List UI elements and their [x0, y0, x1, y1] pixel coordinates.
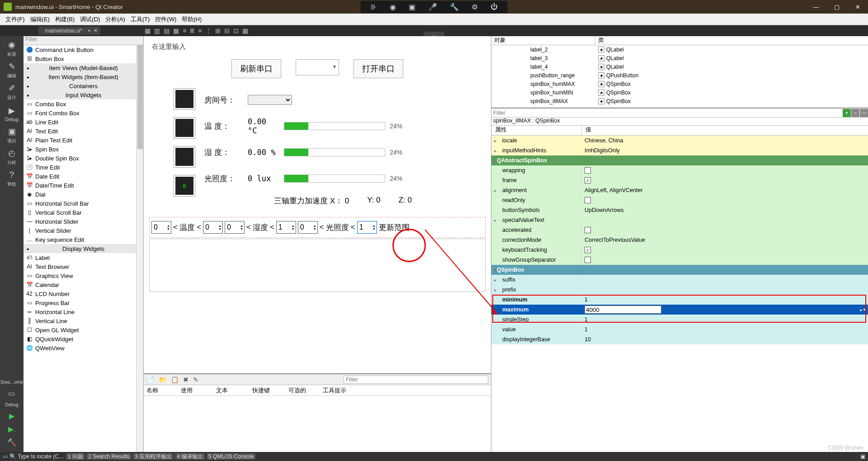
- debug-icon[interactable]: ▶.: [8, 425, 15, 433]
- property-value-input[interactable]: [585, 306, 661, 314]
- property-row[interactable]: displayIntegerBase10: [491, 334, 868, 344]
- minimize-button[interactable]: —: [806, 0, 826, 14]
- output-tab[interactable]: 2 Search Results: [86, 453, 131, 460]
- spinbox[interactable]: 0▲▼: [298, 221, 318, 234]
- mode-帮助[interactable]: ?帮助: [1, 168, 23, 189]
- widget-item[interactable]: …Key sequence Edit: [24, 235, 143, 244]
- layout-icon[interactable]: ▦: [173, 27, 179, 34]
- widget-item[interactable]: ║Vertical Line: [24, 316, 143, 325]
- widget-item[interactable]: 📅Calendar: [24, 280, 143, 289]
- locator[interactable]: 🔍 Type to locate (C…: [9, 453, 64, 460]
- spinbox[interactable]: 0▲▼: [151, 221, 171, 234]
- widget-category[interactable]: ▸Display Widgets: [24, 244, 143, 253]
- layout-icon[interactable]: ▦: [145, 27, 151, 34]
- widget-item[interactable]: 📅Date Edit: [24, 172, 143, 181]
- object-row[interactable]: label_3◈QLabel: [491, 54, 868, 62]
- refresh-serial-button[interactable]: 刷新串口: [231, 59, 281, 78]
- copy-icon[interactable]: 📋: [171, 376, 179, 383]
- room-select[interactable]: [248, 95, 292, 105]
- property-row[interactable]: keyboardTracking✓: [491, 245, 868, 255]
- widget-item[interactable]: abLine Edit: [24, 118, 143, 127]
- layout-icon[interactable]: ▦: [242, 27, 248, 34]
- property-row[interactable]: minimum1: [491, 295, 868, 305]
- property-list[interactable]: ▸localeChinese, China▸inputMethodHintsIm…: [491, 136, 868, 452]
- widget-item[interactable]: ▭Font Combo Box: [24, 108, 143, 118]
- run-icon[interactable]: ▶: [9, 412, 14, 420]
- close-icon[interactable]: ✕: [94, 28, 98, 33]
- spinbox[interactable]: 1▲▼: [276, 221, 296, 234]
- widget-item[interactable]: AIPlain Text Edit: [24, 136, 143, 145]
- spinbox[interactable]: 0▲▼: [225, 221, 245, 234]
- layout-icon[interactable]: ⊞: [215, 27, 221, 34]
- property-row[interactable]: buttonSymbolsUpDownArrows: [491, 205, 868, 215]
- output-tab[interactable]: 5 QML/JS Console: [207, 453, 256, 460]
- widget-category[interactable]: ▸Item Views (Model-Based): [24, 63, 143, 72]
- property-row[interactable]: ▾QAbstractSpinBox: [491, 155, 868, 165]
- widget-item[interactable]: ▭Graphics View: [24, 271, 143, 280]
- camera-icon[interactable]: ▣: [409, 3, 415, 11]
- delete-icon[interactable]: ✖: [183, 376, 189, 383]
- widget-item[interactable]: 1▸Spin Box: [24, 145, 143, 154]
- property-menu-button[interactable]: ⋯: [860, 109, 868, 117]
- spinbox[interactable]: 0▲▼: [203, 221, 223, 234]
- menu-item[interactable]: 控件(W): [152, 14, 179, 24]
- remove-property-button[interactable]: −: [851, 109, 859, 117]
- property-row[interactable]: wrapping: [491, 165, 868, 175]
- close-button[interactable]: ✕: [847, 0, 868, 14]
- log-textarea[interactable]: [149, 239, 486, 292]
- widget-item[interactable]: 📅Date/Time Edit: [24, 181, 143, 190]
- property-row[interactable]: ▸alignmentAlignLeft, AlignVCenter: [491, 185, 868, 195]
- add-property-button[interactable]: +: [843, 109, 851, 117]
- widget-item[interactable]: 🕒Time Edit: [24, 163, 143, 172]
- layout-icon[interactable]: ▤: [164, 27, 170, 34]
- widget-item[interactable]: ◉Dial: [24, 190, 143, 199]
- object-inspector[interactable]: 对象 类 label_2◈QLabellabel_3◈QLabellabel_4…: [491, 36, 868, 108]
- menu-item[interactable]: 帮助(H): [179, 14, 204, 24]
- update-range-button[interactable]: 更新范围: [379, 222, 410, 233]
- layout-icon[interactable]: ≡: [183, 27, 186, 34]
- scrollbar[interactable]: [136, 45, 143, 452]
- output-tab[interactable]: 3 应用程序输出: [133, 453, 174, 460]
- property-row[interactable]: correctionModeCorrectToPreviousValue: [491, 235, 868, 245]
- menu-item[interactable]: 构建(B): [52, 14, 77, 24]
- widget-item[interactable]: ☐Open GL Widget: [24, 325, 143, 334]
- property-row[interactable]: maximum▲▼: [491, 305, 868, 315]
- menu-item[interactable]: 分析(A): [103, 14, 127, 24]
- output-pane-icon[interactable]: ▭: [3, 453, 8, 460]
- object-row[interactable]: spinBox_humMAX◈QSpinBox: [491, 80, 868, 88]
- action-filter[interactable]: [344, 376, 488, 384]
- object-row[interactable]: label_2◈QLabel: [491, 45, 868, 54]
- widget-category[interactable]: ▸Containers: [24, 81, 143, 90]
- layout-icon[interactable]: ▥: [154, 27, 160, 34]
- widget-item[interactable]: ▭Progress Bar: [24, 298, 143, 307]
- record-icon[interactable]: ◉: [390, 3, 396, 11]
- widget-category[interactable]: ▸Input Widgets: [24, 90, 143, 99]
- widget-item[interactable]: |Vertical Slider: [24, 226, 143, 235]
- widget-item[interactable]: ◧QQuickWidget: [24, 334, 143, 343]
- property-row[interactable]: frame✓: [491, 175, 868, 185]
- gear-icon[interactable]: ⚙: [472, 3, 478, 11]
- mode-Debug[interactable]: ▶Debug: [1, 103, 23, 124]
- widget-item[interactable]: 🏷Label: [24, 253, 143, 262]
- object-row[interactable]: pushButton_range◈QPushButton: [491, 71, 868, 80]
- chevron-down-icon[interactable]: ▾: [88, 28, 90, 33]
- object-row[interactable]: label_4◈QLabel: [491, 62, 868, 71]
- widget-item[interactable]: —Horizontal Slider: [24, 217, 143, 226]
- widget-item[interactable]: 🌐QWebView: [24, 343, 143, 353]
- mode-欢迎[interactable]: ◉欢迎: [1, 38, 23, 59]
- property-row[interactable]: ▸inputMethodHintsImhDigitsOnly: [491, 146, 868, 155]
- widget-item[interactable]: 42LCD Number: [24, 289, 143, 298]
- title-edit[interactable]: 在这里输入: [152, 42, 486, 51]
- mode-项目[interactable]: ▣项目: [1, 125, 23, 146]
- layout-icon[interactable]: ⊟: [224, 27, 230, 34]
- power-icon[interactable]: ⏻: [491, 3, 498, 11]
- mode-编辑[interactable]: ✎编辑: [1, 60, 23, 80]
- property-row[interactable]: ▸localeChinese, China: [491, 136, 868, 146]
- widget-item[interactable]: AIText Edit: [24, 127, 143, 136]
- mic-icon[interactable]: 🎤: [428, 3, 437, 11]
- widget-item[interactable]: ▭Horizontal Scroll Bar: [24, 199, 143, 208]
- property-row[interactable]: ▸specialValueText: [491, 215, 868, 225]
- property-row[interactable]: showGroupSeparator: [491, 255, 868, 265]
- hammer-icon[interactable]: ▭: [8, 389, 15, 398]
- widget-item[interactable]: 1▸Double Spin Box: [24, 154, 143, 163]
